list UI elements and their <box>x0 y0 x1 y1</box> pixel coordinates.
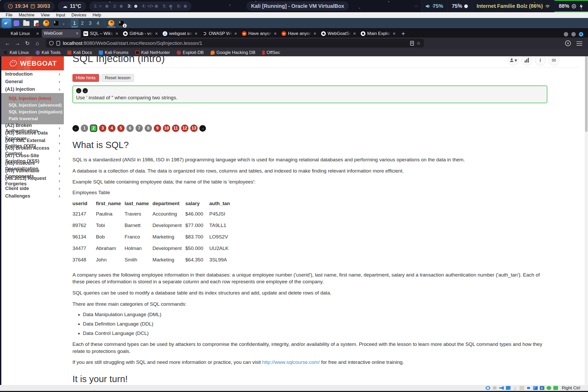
hide-hints-button[interactable]: Hide hints <box>72 74 99 82</box>
bookmark-item[interactable]: Kali Forums <box>99 50 128 55</box>
home-button[interactable]: ⌂ <box>33 40 42 46</box>
tab-close-icon[interactable]: ✕ <box>274 32 277 36</box>
page-number-button[interactable]: 8 <box>145 125 152 132</box>
page-number-button[interactable]: 11 <box>172 125 179 132</box>
page-number-button[interactable]: 12 <box>181 125 188 132</box>
bookmark-item[interactable]: OffSec <box>262 50 280 55</box>
shield-icon[interactable] <box>49 41 54 46</box>
sqlcourse-link[interactable]: http://www.sqlcourse.com/ <box>262 359 320 365</box>
back-button[interactable]: ← <box>3 40 12 46</box>
audio-status-icon[interactable] <box>499 386 504 390</box>
tab-close-icon[interactable]: ✕ <box>234 32 237 36</box>
sidebar-lesson-link[interactable]: SQL Injection (intro) <box>1 95 64 102</box>
taskbar-workspace-number[interactable]: 4 <box>94 19 102 27</box>
file-manager-button[interactable] <box>22 19 31 27</box>
hard-disk-status-icon[interactable] <box>486 386 490 390</box>
tab-close-icon[interactable]: ✕ <box>313 32 316 36</box>
webgoat-brand-header[interactable]: WEBGOAT <box>1 56 64 70</box>
pocket-icon[interactable]: v <box>565 40 571 46</box>
taskbar-workspace-number[interactable]: 1 <box>71 19 78 27</box>
workspace-switcher[interactable]: 1:>_ 2: 3: 4:</> 5: 6: <box>89 2 191 11</box>
bookmark-item[interactable]: Kali Tools <box>36 50 60 55</box>
close-button[interactable]: ✕ <box>579 32 583 36</box>
workspace-indicator[interactable]: 6: <box>177 4 187 9</box>
page-next-button[interactable]: → <box>199 125 206 132</box>
sidebar-category[interactable]: General › <box>1 78 64 85</box>
sidebar-category[interactable]: (A8:2013) Request Forgeries › <box>1 177 64 185</box>
tab-close-icon[interactable]: ✕ <box>115 32 118 36</box>
bookmark-item[interactable]: Kali Docs <box>67 50 92 55</box>
shared-folder-status-icon[interactable] <box>519 386 524 390</box>
terminal-launcher-button[interactable]: $ <box>52 19 60 27</box>
page-number-button[interactable]: 13 <box>190 125 198 132</box>
text-editor-button[interactable] <box>32 19 41 27</box>
network-status-icon[interactable] <box>506 386 511 390</box>
bookmark-item[interactable]: Kali Linux <box>4 50 29 55</box>
page-number-button[interactable]: 9 <box>154 125 161 132</box>
page-scrollbar[interactable] <box>585 56 588 385</box>
network-widget[interactable]: Internet Familie Bolz (86%) <box>472 0 554 12</box>
kali-menu-button[interactable] <box>2 19 11 27</box>
page-number-button[interactable]: 4 <box>108 125 115 132</box>
user-account-button[interactable]: ▾ <box>508 56 519 66</box>
address-bar[interactable]: localhost:8080/WebGoat/start.mvc#lesson/… <box>46 39 424 47</box>
bookmark-item[interactable]: Google Hacking DB <box>211 50 255 55</box>
browser-tab[interactable]: Have anyone complete ✕ <box>240 30 279 38</box>
sidebar-category[interactable]: Introduction › <box>1 70 64 78</box>
bookmark-item[interactable]: Exploit-DB <box>177 50 204 55</box>
browser-tab[interactable]: W SQL – Wikipedia ✕ <box>81 30 120 38</box>
hint-prev-button[interactable]: ← <box>76 88 81 93</box>
workspace-indicator[interactable]: 4:</> <box>142 4 158 9</box>
maximize-button[interactable] <box>571 32 576 36</box>
workspace-indicator[interactable]: 3: <box>127 4 137 9</box>
hint-next-button[interactable]: → <box>83 88 88 93</box>
scrollbar-thumb[interactable] <box>585 56 587 132</box>
workspace-indicator[interactable]: 1:>_ <box>94 4 109 9</box>
reset-lesson-button[interactable]: Reset lesson <box>102 74 134 82</box>
battery-widget[interactable]: 88% <box>554 0 588 12</box>
weather-widget[interactable]: ☁ 11°C <box>58 2 86 11</box>
browser-tab[interactable]: OWASP WebGoat: Gen ✕ <box>200 30 239 38</box>
workspace-indicator[interactable]: 5: <box>163 4 172 9</box>
sidebar-lesson-link[interactable]: Path traversal <box>1 115 64 122</box>
sidebar-lesson-link[interactable]: SQL Injection (advanced) <box>1 102 64 109</box>
browser-tab[interactable]: GitHub - vernjan/webg ✕ <box>121 30 160 38</box>
volume-widget[interactable]: 75% <box>421 0 447 12</box>
page-number-button[interactable]: 2 <box>90 125 97 132</box>
tab-close-icon[interactable]: ✕ <box>393 32 396 36</box>
firefox-launcher-button[interactable] <box>42 19 51 27</box>
about-button[interactable]: i <box>535 56 546 66</box>
page-info-icon[interactable] <box>56 41 60 46</box>
clock-widget[interactable]: 19:34 30/03 <box>4 2 54 11</box>
minimize-button[interactable] <box>564 32 568 36</box>
vbox-menu-item[interactable]: File <box>3 13 16 17</box>
sidebar-category[interactable]: Challenges › <box>1 192 64 200</box>
vbox-menu-item[interactable]: View <box>38 13 53 17</box>
firefox-running-task[interactable] <box>106 19 116 27</box>
browser-tab[interactable]: Main Exploits - WebGo ✕ <box>359 30 398 38</box>
tab-close-icon[interactable]: ✕ <box>155 32 158 36</box>
page-prev-button[interactable]: ← <box>72 125 79 132</box>
browser-tab[interactable]: G webgoat solutions - Go ✕ <box>161 30 200 38</box>
workspace-indicator[interactable]: 2: <box>113 4 123 9</box>
display-status-icon[interactable] <box>526 386 531 390</box>
taskbar-workspace-number[interactable]: 3 <box>86 19 94 27</box>
secondary-indicator[interactable]: 75% <box>447 0 472 12</box>
bookmark-star-icon[interactable]: ☆ <box>416 40 421 46</box>
reload-button[interactable]: ↻ <box>23 40 32 46</box>
tab-close-icon[interactable]: ✕ <box>194 32 198 36</box>
browser-tab[interactable]: WebGoatSolutions/Sql ✕ <box>319 30 358 38</box>
page-number-button[interactable]: 5 <box>117 125 125 132</box>
launcher-dropdown-chevron-icon[interactable]: ⌄ <box>62 21 65 25</box>
optical-disc-status-icon[interactable] <box>492 386 497 390</box>
taskbar-workspace-number[interactable]: 2 <box>78 19 86 27</box>
scoreboard-button[interactable] <box>521 56 532 66</box>
contact-button[interactable]: ✉ <box>548 56 559 66</box>
browser-tab[interactable]: Have anyone complete ✕ <box>279 30 318 38</box>
files-app-button[interactable] <box>12 19 21 27</box>
seamless-windows-status-icon[interactable] <box>533 386 538 390</box>
tab-close-icon[interactable]: ✕ <box>36 32 39 36</box>
vbox-menu-item[interactable]: Machine <box>16 13 38 17</box>
browser-tab[interactable]: Kali Linux ✕ <box>2 30 41 38</box>
tab-close-icon[interactable]: ✕ <box>353 32 356 36</box>
